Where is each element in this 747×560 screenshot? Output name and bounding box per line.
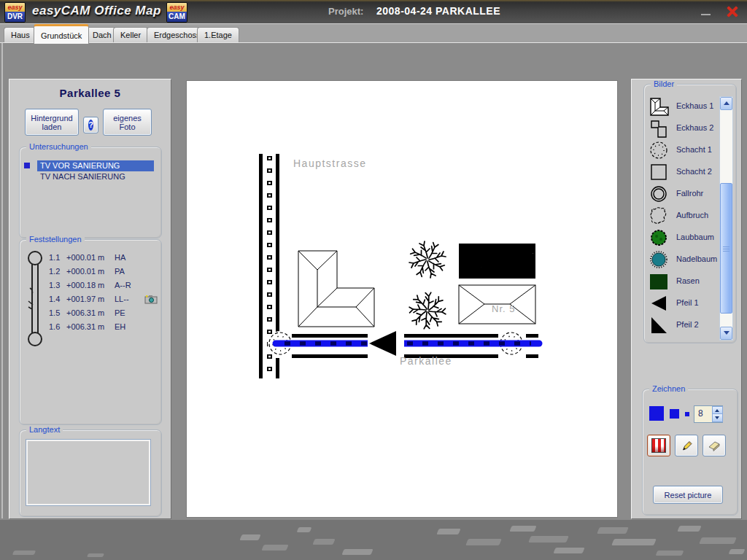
nadelbaum-icon — [649, 249, 669, 270]
scroll-up-button[interactable] — [720, 97, 732, 110]
camera-icon[interactable] — [144, 295, 158, 304]
watermark-block — [341, 549, 373, 555]
gravel-noise-texture — [459, 244, 535, 279]
feststellung-row[interactable]: 1.1+000.01 mHA — [49, 252, 125, 263]
tab-keller[interactable]: Keller — [113, 27, 148, 42]
tree-symbol[interactable] — [403, 287, 451, 334]
selection-bullet-icon — [24, 163, 30, 168]
logo-top-text: easy — [5, 3, 25, 12]
scroll-down-button[interactable] — [720, 327, 732, 340]
eckhaus1-icon — [649, 96, 669, 117]
project-value: 2008-04-24 PARKALLEE — [376, 5, 500, 17]
pen-size-small-swatch[interactable] — [685, 412, 689, 416]
eckhaus2-icon — [649, 118, 669, 139]
feststellung-row[interactable]: 1.4+001.97 mLL-- — [49, 293, 129, 305]
watermark-block — [656, 551, 684, 556]
map-canvas[interactable]: Hauptstrasse — [186, 80, 618, 518]
scrollbar-thumb[interactable] — [720, 183, 732, 314]
watermark-block — [297, 527, 312, 532]
pencil-tool-button[interactable] — [675, 435, 698, 456]
spin-down-button[interactable] — [712, 413, 723, 422]
pfeil1-icon — [649, 293, 669, 314]
untersuchungen-group: Untersuchungen TV VOR SANIERUNG TV NACH … — [19, 147, 162, 238]
feststellungen-group: Feststellungen 1.1+000.01 mHA 1.2+000.01… — [19, 239, 162, 425]
street-label-hauptstrasse[interactable]: Hauptstrasse — [293, 158, 366, 169]
watermark-block — [87, 553, 104, 557]
right-panel: Bilder Eckhaus 1 Eckhaus 2 — [631, 79, 742, 519]
app-title: easyCAM Office Map — [32, 4, 161, 18]
project-label: Projekt: — [328, 6, 363, 17]
help-button[interactable]: ? — [83, 117, 98, 133]
langtext-group: Langtext — [19, 429, 162, 517]
watermark-block — [528, 536, 569, 542]
tab-grundstueck[interactable]: Grundstück — [34, 24, 89, 44]
watermark-block — [553, 548, 584, 553]
feststellung-row[interactable]: 1.3+000.18 mA--R — [49, 279, 131, 291]
logo-top-text: easy — [167, 3, 187, 12]
application-window: easy DVR easyCAM Office Map easy CAM Pro… — [0, 0, 747, 560]
schacht1-icon — [649, 140, 669, 160]
left-panel: Parkallee 5 Hintergrund laden ? eigenes … — [9, 79, 171, 519]
feststellung-row[interactable]: 1.6+006.31 mEH — [49, 321, 125, 332]
eraser-icon — [708, 440, 721, 452]
reset-picture-button[interactable]: Reset picture — [653, 486, 723, 504]
pencil-icon — [681, 440, 693, 452]
corner-house-symbol[interactable] — [298, 251, 374, 327]
minimize-icon — [701, 14, 711, 15]
list-item-tv-nach-sanierung[interactable]: TV NACH SANIERUNG — [37, 171, 128, 182]
watermark-block — [677, 526, 701, 532]
question-icon: ? — [88, 120, 93, 131]
logo-bottom-text: CAM — [167, 12, 187, 22]
watermark-block — [261, 545, 288, 551]
watermark-block — [465, 539, 502, 545]
tree-symbol[interactable] — [409, 241, 446, 279]
easydvr-logo-icon: easy DVR — [4, 2, 26, 23]
title-bar: easy DVR easyCAM Office Map easy CAM Pro… — [0, 0, 747, 24]
stripe-fill-tool-button[interactable] — [647, 435, 670, 456]
minimize-button[interactable] — [699, 6, 713, 18]
aufbruch-icon — [649, 206, 669, 226]
watermark-block — [611, 539, 657, 545]
site-map-drawing[interactable]: Hauptstrasse — [187, 81, 617, 517]
close-button[interactable] — [724, 3, 741, 20]
watermark-block — [597, 527, 629, 534]
stripe-fill-icon — [651, 438, 666, 453]
thumb-grip-icon — [723, 249, 729, 250]
load-background-button[interactable]: Hintergrund laden — [25, 109, 79, 136]
eraser-tool-button[interactable] — [703, 435, 726, 456]
pipe-section-icon — [26, 250, 44, 348]
group-label: Untersuchungen — [26, 142, 91, 151]
tab-etage1[interactable]: 1.Etage — [197, 27, 239, 42]
group-label: Zeichnen — [649, 384, 688, 393]
watermark-block — [699, 537, 737, 544]
pen-size-value: 8 — [698, 408, 703, 419]
rasen-icon — [649, 271, 669, 292]
watermark-strip — [0, 520, 747, 560]
tab-bar: Haus Grundstück Dach Keller Erdgeschoss … — [0, 24, 747, 43]
langtext-input[interactable] — [26, 439, 151, 506]
feststellung-row[interactable]: 1.2+000.01 mPA — [49, 265, 125, 277]
pen-size-spinner[interactable]: 8 — [694, 405, 723, 423]
group-label: Feststellungen — [26, 235, 85, 244]
bilder-group: Bilder Eckhaus 1 Eckhaus 2 — [643, 84, 737, 343]
page-title: Parkallee 5 — [9, 87, 171, 99]
own-photo-button[interactable]: eigenes Foto — [103, 109, 152, 136]
watermark-block — [436, 529, 460, 534]
watermark-block — [509, 526, 536, 532]
fallrohr-icon — [649, 184, 669, 204]
pen-size-large-swatch[interactable] — [649, 406, 664, 421]
logo-bottom-text: DVR — [5, 12, 25, 22]
street-label-parkallee[interactable]: Parkallee — [400, 355, 452, 367]
window-left-edge — [1, 42, 3, 518]
feststellung-row[interactable]: 1.5+006.31 mPE — [49, 307, 125, 319]
tab-haus[interactable]: Haus — [4, 27, 37, 42]
schacht2-icon — [649, 162, 669, 182]
house-number-label[interactable]: Nr. 5 — [492, 303, 515, 314]
zeichnen-group: Zeichnen 8 — [642, 389, 738, 516]
list-item-tv-vor-sanierung[interactable]: TV VOR SANIERUNG — [37, 160, 154, 171]
laubbaum-icon — [649, 228, 669, 248]
bilder-scrollbar[interactable] — [719, 96, 733, 341]
pen-size-medium-swatch[interactable] — [670, 409, 679, 419]
chevron-down-icon — [724, 331, 729, 335]
spin-up-icon — [715, 409, 719, 412]
